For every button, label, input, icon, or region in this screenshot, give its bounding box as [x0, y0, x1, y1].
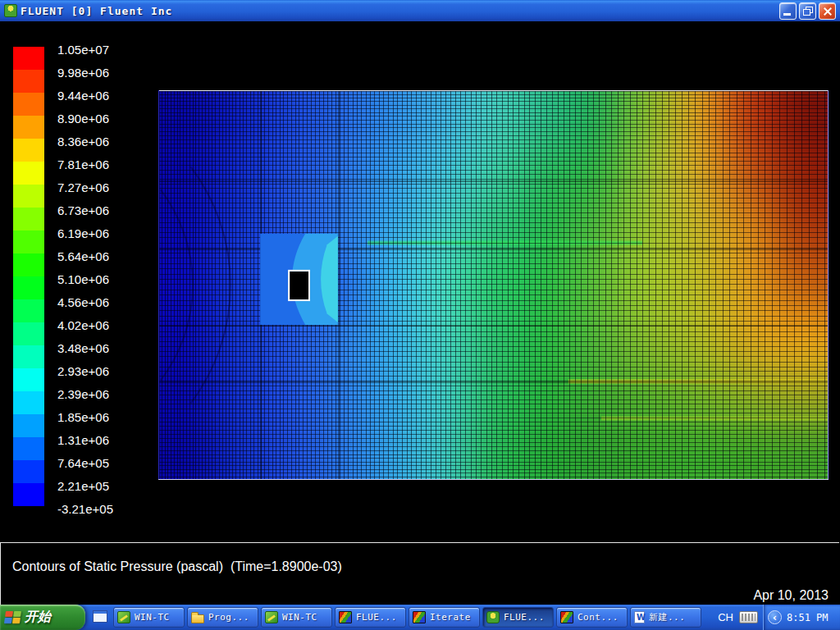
- taskbar-button[interactable]: FLUE...: [335, 607, 406, 628]
- legend-value-label: 3.48e+06: [57, 341, 109, 355]
- contour-plot-canvas[interactable]: [158, 90, 829, 480]
- start-button[interactable]: 开始: [0, 605, 85, 630]
- minimize-button[interactable]: [779, 2, 797, 20]
- taskbar-button-label: WIN-TC: [282, 612, 317, 623]
- legend-value-label: 5.64e+06: [57, 249, 109, 263]
- legend-value-label: 6.19e+06: [57, 226, 109, 240]
- legend-color-segment: [13, 299, 44, 322]
- taskbar-button-label: 新建...: [649, 611, 685, 623]
- window-title: FLUENT [0] Fluent Inc: [21, 5, 777, 17]
- taskbar-button-label: FLUE...: [356, 612, 397, 623]
- plot-caption: Contours of Static Pressure (pascal) (Ti…: [12, 559, 342, 574]
- taskbar: 开始 WIN-TCProg...WIN-TCFLUE...IterateFLUE…: [0, 605, 840, 630]
- start-button-label: 开始: [25, 609, 51, 626]
- legend-value-label: 8.90e+06: [57, 112, 109, 126]
- legend-value-label: 8.36e+06: [57, 135, 109, 148]
- fluent-icon: [486, 611, 500, 623]
- legend-color-segment: [13, 208, 44, 231]
- taskbar-button[interactable]: WIN-TC: [113, 607, 185, 628]
- legend-labels: 1.05e+079.98e+069.44e+068.90e+068.36e+06…: [57, 43, 148, 535]
- legend-value-label: 1.85e+06: [57, 410, 109, 424]
- legend-color-segment: [13, 345, 44, 368]
- caption-strip: Contours of Static Pressure (pascal) (Ti…: [0, 542, 839, 605]
- close-button[interactable]: [819, 2, 836, 20]
- wintc-icon: [265, 611, 278, 623]
- legend-value-label: 6.73e+06: [57, 203, 109, 217]
- word-icon: [634, 611, 645, 623]
- windows-flag-icon: [4, 611, 21, 623]
- contour-icon: [413, 611, 426, 623]
- clock[interactable]: 8:51 PM: [787, 612, 829, 623]
- taskbar-button[interactable]: Cont...: [556, 607, 628, 628]
- fluent-window: FLUENT [0] Fluent Inc 1.05e+079.98e+069.…: [0, 0, 840, 630]
- legend-value-label: 4.56e+06: [57, 295, 109, 309]
- legend-color-segment: [13, 276, 44, 299]
- legend-value-label: 7.81e+06: [57, 158, 109, 171]
- taskbar-button-label: FLUE...: [504, 612, 545, 623]
- title-bar[interactable]: FLUENT [0] Fluent Inc: [0, 0, 840, 21]
- legend-color-segment: [13, 70, 44, 93]
- legend-value-label: 1.05e+07: [57, 43, 109, 57]
- legend-color-segment: [13, 231, 44, 253]
- legend-value-label: 7.64e+05: [57, 456, 109, 470]
- restore-button[interactable]: [799, 2, 816, 20]
- legend-value-label: 9.44e+06: [57, 89, 109, 103]
- taskbar-button[interactable]: FLUE...: [482, 607, 554, 628]
- legend-value-label: -3.21e+05: [57, 502, 113, 516]
- taskbar-button[interactable]: 新建...: [630, 607, 701, 628]
- legend-value-label: 4.02e+06: [57, 318, 109, 332]
- legend-color-segment: [13, 116, 44, 139]
- taskbar-button[interactable]: Iterate: [409, 607, 480, 628]
- wintc-icon: [117, 611, 130, 623]
- legend-color-segment: [13, 93, 44, 116]
- legend-value-label: 5.10e+06: [57, 272, 109, 286]
- legend-color-segment: [13, 47, 44, 70]
- legend-color-segment: [13, 185, 44, 208]
- legend-value-label: 2.21e+05: [57, 479, 109, 493]
- taskbar-button-label: Iterate: [430, 612, 471, 623]
- legend-color-segment: [13, 414, 44, 437]
- taskbar-button-label: Cont...: [578, 612, 619, 623]
- fluent-app-icon: [4, 4, 17, 17]
- taskbar-button[interactable]: Prog...: [187, 607, 258, 628]
- legend-value-label: 9.98e+06: [57, 66, 109, 80]
- task-buttons: WIN-TCProg...WIN-TCFLUE...IterateFLUE...…: [113, 607, 701, 628]
- legend-color-segment: [13, 253, 44, 276]
- contour-icon: [560, 611, 573, 623]
- legend-colorbar: [13, 47, 44, 506]
- taskbar-button-label: Prog...: [208, 612, 249, 623]
- legend-value-label: 7.27e+06: [57, 180, 109, 194]
- keyboard-icon[interactable]: [739, 611, 758, 623]
- show-desktop-button[interactable]: [90, 609, 110, 626]
- show-desktop-icon: [93, 610, 107, 623]
- legend-color-segment: [13, 391, 44, 414]
- taskbar-button[interactable]: WIN-TC: [261, 607, 332, 628]
- language-indicator[interactable]: CH: [718, 611, 733, 623]
- tray-expand-button[interactable]: ‹: [768, 610, 782, 624]
- language-area: CH: [718, 605, 758, 630]
- legend-color-segment: [13, 139, 44, 162]
- legend-color-segment: [13, 460, 44, 483]
- folder-icon: [191, 614, 204, 623]
- system-tray: ‹ 8:51 PM: [763, 605, 840, 630]
- plot-date: Apr 10, 2013: [578, 587, 829, 604]
- legend-color-segment: [13, 483, 44, 506]
- legend-value-label: 2.39e+06: [57, 387, 109, 401]
- legend-color-segment: [13, 162, 44, 185]
- legend-value-label: 1.31e+06: [57, 433, 109, 447]
- legend-color-segment: [13, 368, 44, 391]
- legend-color-segment: [13, 322, 44, 345]
- contour-icon: [339, 611, 352, 623]
- legend-color-segment: [13, 437, 44, 460]
- legend-value-label: 2.93e+06: [57, 364, 109, 378]
- taskbar-button-label: WIN-TC: [135, 612, 170, 623]
